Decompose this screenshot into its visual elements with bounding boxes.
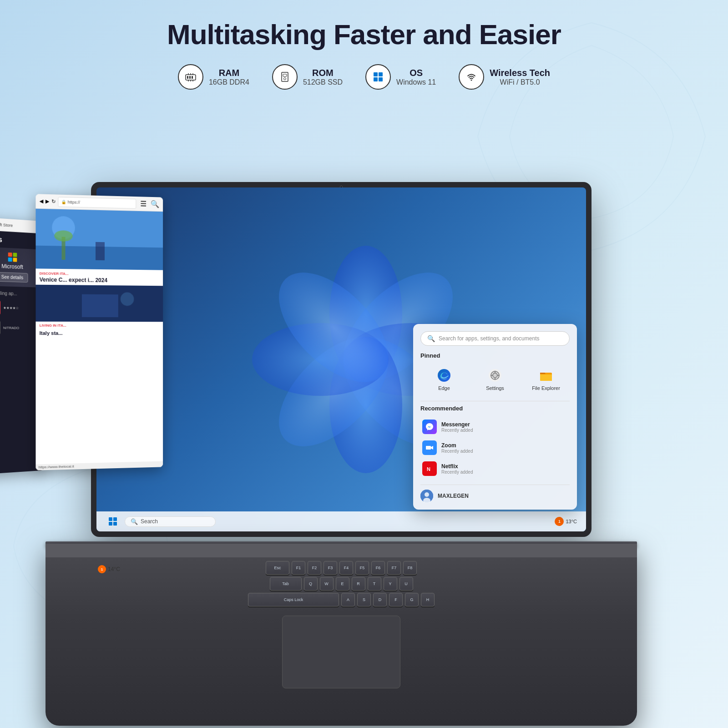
wireless-value: WiFi / BT5.0 (490, 78, 550, 86)
messenger-name: Messenger (441, 421, 473, 428)
key-q[interactable]: Q (304, 577, 318, 591)
svg-point-37 (438, 369, 450, 382)
key-g[interactable]: G (405, 593, 419, 607)
pinned-file-explorer-icon (538, 367, 554, 384)
key-f8[interactable]: F8 (403, 561, 417, 575)
zoom-icon (422, 440, 437, 455)
taskbar-temp: 1 13°C (555, 517, 577, 526)
pinned-edge-icon (436, 367, 452, 384)
icon-this-pc[interactable]: This PC (106, 197, 137, 222)
pinned-explorer-label: File Explorer (532, 385, 560, 391)
temperature-small: ● 14°C (0, 359, 11, 364)
see-details-button[interactable]: See details (0, 272, 28, 283)
key-f3[interactable]: F3 (324, 561, 337, 575)
svg-point-36 (119, 340, 124, 345)
start-button[interactable] (106, 514, 120, 529)
start-user[interactable]: MAXLEGEN (420, 485, 570, 502)
key-s[interactable]: S (357, 593, 371, 607)
key-tab[interactable]: Tab (270, 577, 302, 591)
refresh-button[interactable]: ↻ (51, 198, 56, 204)
pinned-edge[interactable]: Edge (420, 364, 468, 394)
key-f6[interactable]: F6 (371, 561, 385, 575)
key-f7[interactable]: F7 (387, 561, 401, 575)
svg-point-50 (52, 216, 75, 239)
svg-rect-26 (115, 236, 128, 238)
os-icon (365, 64, 391, 90)
key-esc[interactable]: Esc (266, 561, 289, 575)
key-y[interactable]: Y (384, 577, 397, 591)
key-u[interactable]: U (399, 577, 413, 591)
back-button[interactable]: ◀ (40, 198, 43, 204)
url-text: https:// (68, 200, 80, 205)
messenger-icon (422, 420, 437, 434)
key-caps[interactable]: Caps Lock (248, 593, 339, 607)
wireless-label: Wireless Tech (490, 68, 550, 78)
pdf-app-item[interactable]: PDFView &Edit ★★★★☆ (0, 298, 40, 317)
pinned-file-explorer[interactable]: File Explorer (522, 364, 570, 394)
svg-rect-51 (61, 237, 65, 259)
messenger-sub: Recently added (441, 428, 473, 433)
pinned-settings[interactable]: Settings (471, 364, 519, 394)
taskbar-right: 1 13°C (555, 517, 577, 526)
temperature-label: 13°C (566, 519, 577, 524)
pdf-icon: PDFView &Edit (0, 300, 0, 315)
cell-4: 8% (0, 326, 11, 333)
netflix-sub: Recently added (441, 470, 473, 475)
key-r[interactable]: R (352, 577, 365, 591)
sheet-row-5: 45% (0, 346, 11, 354)
icon-recycle-bin[interactable]: Recycle Bin (106, 231, 137, 257)
spec-ram: RAM 16GB DDR4 (178, 64, 249, 90)
forward-button[interactable]: ▶ (46, 198, 49, 204)
divider (420, 401, 570, 401)
key-h[interactable]: H (421, 593, 435, 607)
ram-icon (178, 64, 203, 90)
key-f5[interactable]: F5 (355, 561, 369, 575)
icon-edge[interactable]: Microsoft Edge (106, 299, 137, 325)
pinned-edge-label: Edge (438, 385, 450, 391)
chrome-icon (112, 333, 131, 352)
key-w[interactable]: W (320, 577, 334, 591)
pinned-title: Pinned (420, 352, 570, 359)
key-a[interactable]: A (341, 593, 355, 607)
nitrado-app-item[interactable]: N NITRADO (0, 318, 40, 337)
pdf-app-stars: ★★★★☆ (3, 306, 19, 310)
sheet-row-3: To do 33% (0, 333, 11, 340)
secondary-row-label: Secondary row (0, 312, 14, 317)
temp-value-left: 14°C (108, 566, 120, 572)
recycle-bin-icon (112, 231, 131, 250)
svg-point-29 (117, 270, 121, 274)
taskbar-search[interactable]: 🔍 Search (125, 516, 216, 527)
laptop: This PC Recycle Bin (0, 182, 728, 728)
key-f2[interactable]: F2 (308, 561, 321, 575)
msstore-titlebar: Microsoft Store (0, 215, 44, 233)
key-d[interactable]: D (373, 593, 387, 607)
icon-chrome[interactable]: Google Chrome (106, 333, 137, 364)
key-e[interactable]: E (336, 577, 349, 591)
msstore-body: 🏠 Home 🎮 Gaming 🎬 Movies & TV 📚 (0, 228, 44, 476)
cell-8: 38% (0, 339, 11, 346)
desktop-icons: This PC Recycle Bin (106, 197, 137, 364)
this-pc-label: This PC (113, 217, 130, 222)
svg-point-46 (425, 492, 429, 497)
photos-content: + See all photos Secondary row File 27% … (0, 248, 17, 371)
key-t[interactable]: T (368, 577, 381, 591)
key-f4[interactable]: F4 (339, 561, 353, 575)
key-f1[interactable]: F1 (292, 561, 305, 575)
keyboard-top-bar (46, 544, 637, 557)
sheet-row-4: 38% (0, 339, 11, 347)
rec-netflix[interactable]: N Netflix Recently added (420, 458, 570, 479)
key-row-mid: Caps Lock A S D F G H (55, 593, 628, 607)
key-f[interactable]: F (389, 593, 403, 607)
touchpad[interactable] (282, 616, 400, 688)
svg-rect-3 (192, 76, 193, 79)
os-label: OS (396, 68, 436, 78)
start-search-box[interactable]: 🔍 Search for apps, settings, and documen… (420, 331, 570, 346)
rec-zoom[interactable]: Zoom Recently added (420, 437, 570, 458)
keyboard-rows: Esc F1 F2 F3 F4 F5 F6 F7 F8 Tab Q W E R … (46, 557, 637, 607)
cell-2: 27% (0, 319, 11, 326)
icon-control-panel[interactable]: Control Panel (106, 265, 137, 291)
msstore-featured[interactable]: Microsoft See details (0, 247, 40, 287)
rec-messenger[interactable]: Messenger Recently added (420, 416, 570, 437)
pinned-settings-icon (487, 367, 503, 384)
ram-value: 16GB DDR4 (209, 78, 249, 86)
